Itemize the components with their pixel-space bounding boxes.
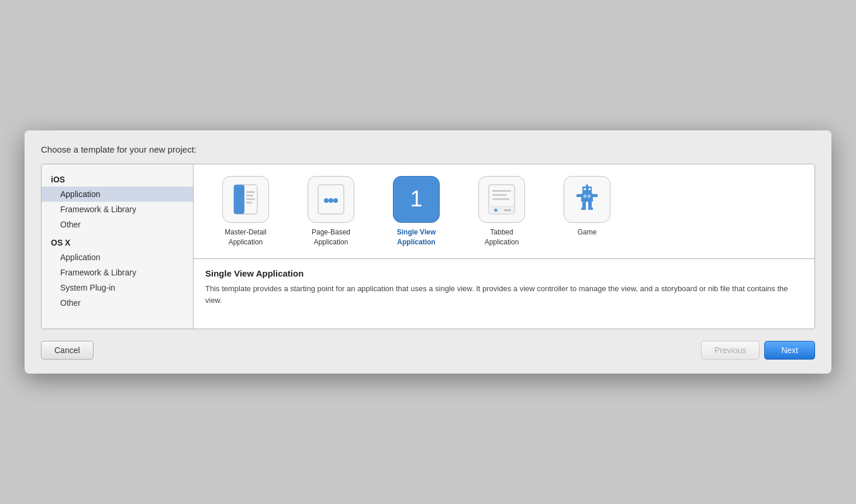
cancel-button[interactable]: Cancel xyxy=(41,341,94,360)
dialog-title: Choose a template for your new project: xyxy=(41,144,815,154)
sidebar-item-osx-plugin[interactable]: System Plug-in xyxy=(42,280,193,295)
svg-point-9 xyxy=(329,198,333,203)
svg-rect-30 xyxy=(593,194,598,197)
description-title: Single View Application xyxy=(205,268,803,278)
svg-rect-6 xyxy=(246,202,252,203)
svg-rect-28 xyxy=(588,195,591,198)
svg-rect-1 xyxy=(234,185,244,214)
sidebar-item-ios-other[interactable]: Other xyxy=(42,217,193,232)
svg-rect-23 xyxy=(588,188,589,189)
template-label-master-detail: Master-DetailApplication xyxy=(225,227,266,246)
svg-rect-4 xyxy=(246,195,253,196)
description-area: Single View Application This template pr… xyxy=(194,258,814,329)
svg-text:1: 1 xyxy=(410,187,422,211)
previous-button[interactable]: Previous xyxy=(701,341,760,360)
svg-rect-29 xyxy=(577,194,581,197)
template-icon-page-based xyxy=(308,176,354,223)
svg-point-10 xyxy=(333,198,338,203)
svg-point-8 xyxy=(324,198,329,203)
game-svg xyxy=(569,182,605,217)
svg-text:★: ★ xyxy=(493,206,499,213)
svg-rect-32 xyxy=(588,202,592,208)
sidebar-group-osx: OS X xyxy=(42,232,193,250)
sidebar-item-ios-application[interactable]: Application xyxy=(42,187,193,202)
tabbed-svg: ★ ••• xyxy=(484,182,519,217)
sidebar: iOS Application Framework & Library Othe… xyxy=(42,164,194,328)
sidebar-item-ios-framework[interactable]: Framework & Library xyxy=(42,202,193,217)
svg-rect-18 xyxy=(492,198,509,200)
sidebar-item-osx-application[interactable]: Application xyxy=(42,250,193,265)
template-icon-single-view: 1 xyxy=(393,176,440,223)
description-text: This template provides a starting point … xyxy=(205,283,803,306)
svg-rect-17 xyxy=(492,194,507,196)
svg-rect-33 xyxy=(581,208,586,210)
main-area: iOS Application Framework & Library Othe… xyxy=(41,164,815,329)
single-view-svg: 1 xyxy=(399,182,434,217)
template-label-page-based: Page-BasedApplication xyxy=(312,227,350,246)
template-label-game: Game xyxy=(578,227,597,237)
right-panel: Master-DetailApplication Page-BasedAppl xyxy=(194,164,814,328)
template-icon-tabbed: ★ ••• xyxy=(478,176,525,223)
template-game[interactable]: Game xyxy=(549,176,625,246)
template-master-detail[interactable]: Master-DetailApplication xyxy=(208,176,284,246)
nav-buttons: Previous Next xyxy=(701,341,815,360)
page-based-svg xyxy=(313,182,348,217)
svg-rect-26 xyxy=(581,194,593,202)
template-label-tabbed: TabbedApplication xyxy=(485,227,519,246)
next-button[interactable]: Next xyxy=(764,341,815,360)
svg-rect-34 xyxy=(588,208,593,210)
svg-rect-16 xyxy=(492,190,511,192)
template-grid: Master-DetailApplication Page-BasedAppl xyxy=(194,164,814,258)
template-page-based[interactable]: Page-BasedApplication xyxy=(293,176,369,246)
svg-rect-5 xyxy=(246,198,255,200)
svg-rect-3 xyxy=(246,191,255,193)
svg-rect-31 xyxy=(582,202,586,208)
svg-rect-22 xyxy=(584,188,585,189)
sidebar-item-osx-framework[interactable]: Framework & Library xyxy=(42,265,193,280)
template-icon-game xyxy=(564,176,610,223)
template-tabbed[interactable]: ★ ••• TabbedApplication xyxy=(464,176,540,246)
svg-text:•••: ••• xyxy=(504,206,511,213)
bottom-bar: Cancel Previous Next xyxy=(41,339,815,362)
sidebar-group-ios: iOS xyxy=(42,169,193,187)
dialog: Choose a template for your new project: … xyxy=(25,130,831,373)
sidebar-item-osx-other[interactable]: Other xyxy=(42,295,193,310)
svg-rect-27 xyxy=(584,195,586,198)
master-detail-svg xyxy=(228,182,263,217)
template-label-single-view: Single ViewApplication xyxy=(397,227,436,246)
template-single-view[interactable]: 1 Single ViewApplication xyxy=(378,176,454,246)
svg-rect-25 xyxy=(586,185,588,187)
template-icon-master-detail xyxy=(222,176,269,223)
